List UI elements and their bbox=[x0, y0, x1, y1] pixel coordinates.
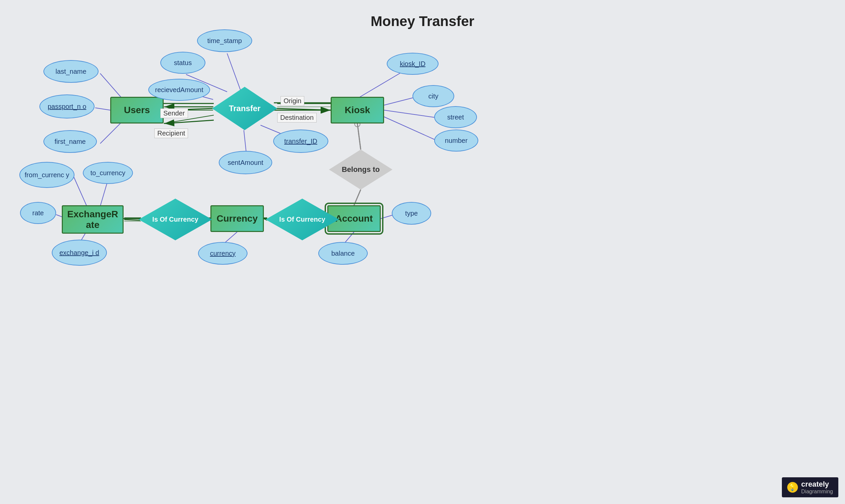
logo-bulb-icon: 💡 bbox=[787, 482, 798, 493]
svg-line-43 bbox=[164, 120, 214, 124]
svg-line-4 bbox=[124, 220, 140, 220]
diamond-is-of-currency-left: Is Of Currency bbox=[139, 199, 212, 240]
svg-line-10 bbox=[100, 73, 124, 100]
entity-exchangerate: ExchangeR ate bbox=[62, 205, 124, 234]
attr-passport-no: passport_n o bbox=[39, 94, 94, 119]
attr-kiosk-id: kiosk_ID bbox=[387, 53, 439, 75]
attr-from-currency: from_currenc y bbox=[19, 162, 74, 188]
attr-status: status bbox=[160, 52, 206, 74]
entity-users: Users bbox=[110, 97, 164, 124]
entity-currency: Currency bbox=[210, 205, 264, 232]
diagram-canvas: Money Transfer bbox=[0, 0, 845, 504]
attr-street: street bbox=[434, 106, 477, 128]
entity-kiosk: Kiosk bbox=[331, 97, 384, 124]
rel-label-destination: Destination bbox=[277, 113, 317, 123]
rel-label-origin: Origin bbox=[281, 96, 304, 106]
svg-line-12 bbox=[100, 120, 124, 144]
attr-transfer-id: transfer_ID bbox=[273, 129, 328, 153]
attr-first-name: first_name bbox=[43, 130, 97, 153]
diamond-is-of-currency-right: Is Of Currency bbox=[265, 199, 339, 240]
attr-balance: balance bbox=[318, 242, 368, 265]
svg-line-48 bbox=[357, 124, 361, 149]
rel-label-recipient: Recipient bbox=[154, 128, 188, 138]
svg-line-9 bbox=[354, 190, 361, 205]
attr-recieved-amount: recievedAmount bbox=[148, 79, 210, 101]
attr-rate: rate bbox=[20, 202, 56, 224]
diagram-lines bbox=[0, 0, 845, 504]
diamond-belongs-to: Belongs to bbox=[329, 149, 392, 190]
svg-line-22 bbox=[73, 176, 87, 206]
diagram-title: Money Transfer bbox=[371, 13, 474, 29]
attr-number: number bbox=[434, 129, 478, 151]
logo-main-text: creately bbox=[801, 480, 833, 489]
attr-city: city bbox=[412, 85, 454, 107]
svg-line-20 bbox=[384, 110, 438, 118]
attr-exchange-id: exchange_i d bbox=[52, 240, 107, 266]
svg-line-1 bbox=[277, 108, 331, 110]
attr-to-currency: to_currency bbox=[83, 162, 133, 184]
attr-time-stamp: time_stamp bbox=[197, 29, 252, 52]
attr-sent-amount: sentAmount bbox=[219, 151, 272, 174]
attr-type: type bbox=[392, 202, 431, 224]
svg-line-17 bbox=[244, 130, 246, 152]
creately-logo: 💡 creately Diagramming bbox=[782, 477, 838, 497]
svg-line-19 bbox=[384, 97, 414, 105]
attr-currency-value: currency bbox=[198, 242, 247, 265]
svg-line-8 bbox=[357, 124, 361, 149]
svg-line-13 bbox=[227, 53, 241, 90]
svg-line-21 bbox=[384, 117, 438, 141]
svg-line-50 bbox=[354, 190, 361, 205]
rel-label-sender: Sender bbox=[160, 108, 188, 118]
svg-line-25 bbox=[81, 234, 85, 240]
diamond-transfer: Transfer bbox=[212, 87, 277, 130]
svg-line-11 bbox=[95, 108, 110, 110]
logo-sub-text: Diagramming bbox=[801, 489, 833, 494]
attr-last-name: last_name bbox=[43, 60, 99, 83]
